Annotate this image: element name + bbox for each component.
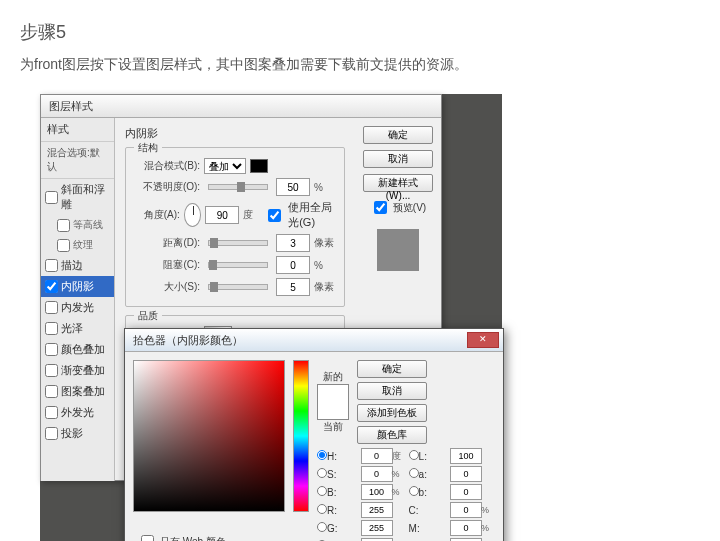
- sidebar-item-color-overlay[interactable]: 颜色叠加: [41, 339, 114, 360]
- distance-input[interactable]: [276, 234, 310, 252]
- blend-mode-select[interactable]: 叠加: [204, 158, 246, 174]
- checkbox-icon[interactable]: [45, 427, 58, 440]
- checkbox-icon[interactable]: [57, 239, 70, 252]
- lab-b-radio[interactable]: [409, 486, 419, 496]
- step-title: 步骤5: [20, 20, 700, 44]
- choke-label: 阻塞(C):: [132, 258, 200, 272]
- m-input[interactable]: [450, 520, 482, 536]
- checkbox-icon[interactable]: [45, 406, 58, 419]
- structure-group: 结构 混合模式(B):叠加 不透明度(O):% 角度(A):度使用全局光(G) …: [125, 147, 345, 307]
- sidebar-item-drop-shadow[interactable]: 投影: [41, 423, 114, 444]
- sidebar-item-bevel[interactable]: 斜面和浮雕: [41, 179, 114, 215]
- r-radio[interactable]: [317, 504, 327, 514]
- checkbox-icon[interactable]: [45, 364, 58, 377]
- preview-swatch: [377, 229, 419, 271]
- c-input[interactable]: [450, 502, 482, 518]
- size-input[interactable]: [276, 278, 310, 296]
- new-current-swatch[interactable]: [317, 384, 349, 420]
- size-slider[interactable]: [208, 284, 268, 290]
- br-input[interactable]: [361, 484, 393, 500]
- cp-ok-button[interactable]: 确定: [357, 360, 427, 378]
- color-libraries-button[interactable]: 颜色库: [357, 426, 427, 444]
- h-input[interactable]: [361, 448, 393, 464]
- cancel-button[interactable]: 取消: [363, 150, 433, 168]
- step-description: 为front图层按下设置图层样式，其中图案叠加需要下载前文提供的资源。: [20, 56, 700, 74]
- size-label: 大小(S):: [132, 280, 200, 294]
- g-radio[interactable]: [317, 522, 327, 532]
- r-input[interactable]: [361, 502, 393, 518]
- saturation-value-field[interactable]: [133, 360, 285, 512]
- hue-slider[interactable]: [293, 360, 309, 512]
- b-radio[interactable]: [317, 486, 327, 496]
- angle-label: 角度(A):: [132, 208, 180, 222]
- cp-cancel-button[interactable]: 取消: [357, 382, 427, 400]
- sidebar-item-inner-shadow[interactable]: 内阴影: [41, 276, 114, 297]
- checkbox-icon[interactable]: [45, 343, 58, 356]
- checkbox-icon[interactable]: [45, 259, 58, 272]
- quality-legend: 品质: [134, 309, 162, 323]
- sidebar-item-gradient-overlay[interactable]: 渐变叠加: [41, 360, 114, 381]
- add-to-swatches-button[interactable]: 添加到色板: [357, 404, 427, 422]
- opacity-input[interactable]: [276, 178, 310, 196]
- opacity-label: 不透明度(O):: [132, 180, 200, 194]
- global-light-checkbox[interactable]: [268, 209, 281, 222]
- screenshot-area: 图层样式 样式 混合选项:默认 斜面和浮雕 等高线 纹理 描边 内阴影 内发光 …: [40, 94, 502, 541]
- checkbox-icon[interactable]: [45, 322, 58, 335]
- new-style-button[interactable]: 新建样式(W)...: [363, 174, 433, 192]
- new-label: 新的: [317, 370, 349, 384]
- sidebar-item-stroke[interactable]: 描边: [41, 255, 114, 276]
- colorpicker-title: 拾色器（内阴影颜色）✕: [125, 329, 503, 352]
- structure-legend: 结构: [134, 141, 162, 155]
- sidebar-header[interactable]: 样式: [41, 118, 114, 142]
- sidebar-item-outer-glow[interactable]: 外发光: [41, 402, 114, 423]
- angle-input[interactable]: [205, 206, 239, 224]
- blend-mode-label: 混合模式(B):: [132, 159, 200, 173]
- s-input[interactable]: [361, 466, 393, 482]
- choke-slider[interactable]: [208, 262, 268, 268]
- checkbox-icon[interactable]: [45, 280, 58, 293]
- g-input[interactable]: [361, 520, 393, 536]
- checkbox-icon[interactable]: [57, 219, 70, 232]
- preview-checkbox[interactable]: [374, 201, 387, 214]
- current-label: 当前: [317, 420, 349, 434]
- color-fields: H:度 L: S:% a: B:% b: R: C:% G: M:% B: Y:…: [317, 448, 495, 541]
- sidebar-item-inner-glow[interactable]: 内发光: [41, 297, 114, 318]
- sidebar-item-satin[interactable]: 光泽: [41, 318, 114, 339]
- l-input[interactable]: [450, 448, 482, 464]
- sidebar-item-pattern-overlay[interactable]: 图案叠加: [41, 381, 114, 402]
- distance-slider[interactable]: [208, 240, 268, 246]
- s-radio[interactable]: [317, 468, 327, 478]
- a-input[interactable]: [450, 466, 482, 482]
- angle-dial[interactable]: [184, 203, 201, 227]
- checkbox-icon[interactable]: [45, 301, 58, 314]
- close-icon[interactable]: ✕: [467, 332, 499, 348]
- styles-sidebar: 样式 混合选项:默认 斜面和浮雕 等高线 纹理 描边 内阴影 内发光 光泽 颜色…: [41, 118, 115, 481]
- choke-input[interactable]: [276, 256, 310, 274]
- lab-b-input[interactable]: [450, 484, 482, 500]
- sidebar-item-contour[interactable]: 等高线: [41, 215, 114, 235]
- web-only-checkbox[interactable]: [141, 535, 154, 541]
- checkbox-icon[interactable]: [45, 385, 58, 398]
- h-radio[interactable]: [317, 450, 327, 460]
- opacity-slider[interactable]: [208, 184, 268, 190]
- color-swatch[interactable]: [250, 159, 268, 173]
- panel-title: 内阴影: [125, 126, 345, 141]
- l-radio[interactable]: [409, 450, 419, 460]
- web-only-label: 只有 Web 颜色: [160, 535, 226, 542]
- dialog-title: 图层样式: [41, 95, 441, 118]
- ok-button[interactable]: 确定: [363, 126, 433, 144]
- color-picker-dialog: 拾色器（内阴影颜色）✕ 新的 当前 确定: [124, 328, 504, 541]
- sidebar-blend-defaults[interactable]: 混合选项:默认: [41, 142, 114, 179]
- sidebar-item-texture[interactable]: 纹理: [41, 235, 114, 255]
- checkbox-icon[interactable]: [45, 191, 58, 204]
- distance-label: 距离(D):: [132, 236, 200, 250]
- a-radio[interactable]: [409, 468, 419, 478]
